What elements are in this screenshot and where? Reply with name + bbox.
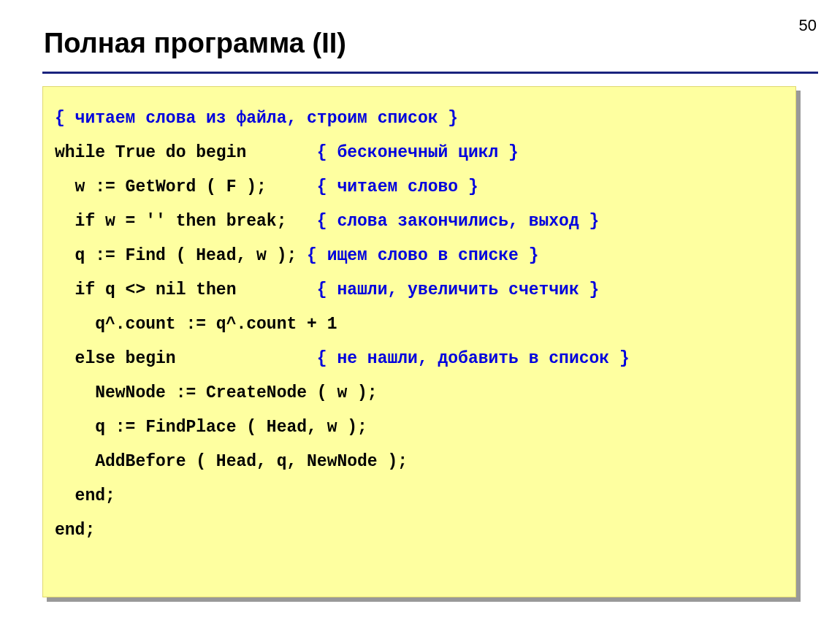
code-line-8: else begin { не нашли, добавить в список… [55, 342, 784, 376]
code-text: end; [55, 521, 95, 540]
code-text: q := Find ( Head, w ); [55, 246, 307, 265]
code-comment: { не нашли, добавить в список } [317, 349, 630, 368]
code-text: q := FindPlace ( Head, w ); [55, 418, 367, 437]
code-text: if w = '' then break; [55, 212, 317, 231]
code-text: AddBefore ( Head, q, NewNode ); [55, 452, 408, 471]
code-text: NewNode := CreateNode ( w ); [55, 383, 378, 402]
code-line-5: q := Find ( Head, w ); { ищем слово в сп… [55, 239, 784, 273]
code-comment: { читаем слова из файла, строим список } [55, 109, 458, 128]
code-comment: { ищем слово в списке } [307, 246, 538, 265]
code-text: while True do begin [55, 143, 317, 162]
code-text: w := GetWord ( F ); [55, 177, 317, 196]
code-line-10: q := FindPlace ( Head, w ); [55, 410, 784, 445]
code-line-4: if w = '' then break; { слова закончилис… [55, 204, 784, 239]
code-line-9: NewNode := CreateNode ( w ); [55, 376, 784, 410]
code-text: end; [55, 486, 115, 505]
code-line-11: AddBefore ( Head, q, NewNode ); [55, 445, 784, 479]
code-line-13: end; [55, 513, 784, 548]
code-text: else begin [55, 349, 317, 368]
code-comment: { слова закончились, выход } [317, 212, 599, 231]
code-line-12: end; [55, 479, 784, 513]
code-comment: { читаем слово } [317, 177, 478, 196]
code-text: q^.count := q^.count + 1 [55, 315, 337, 334]
code-line-1: { читаем слова из файла, строим список } [55, 102, 784, 136]
code-line-2: while True do begin { бесконечный цикл } [55, 136, 784, 170]
code-block: { читаем слова из файла, строим список }… [42, 86, 796, 597]
code-line-3: w := GetWord ( F ); { читаем слово } [55, 170, 784, 204]
code-text: if q <> nil then [55, 280, 317, 299]
code-comment: { бесконечный цикл } [317, 143, 519, 162]
title-underline [42, 72, 818, 74]
code-line-6: if q <> nil then { нашли, увеличить счет… [55, 273, 784, 307]
code-line-7: q^.count := q^.count + 1 [55, 307, 784, 342]
slide-title: Полная программа (II) [44, 28, 346, 59]
code-comment: { нашли, увеличить счетчик } [317, 280, 599, 299]
page-number: 50 [799, 16, 817, 35]
